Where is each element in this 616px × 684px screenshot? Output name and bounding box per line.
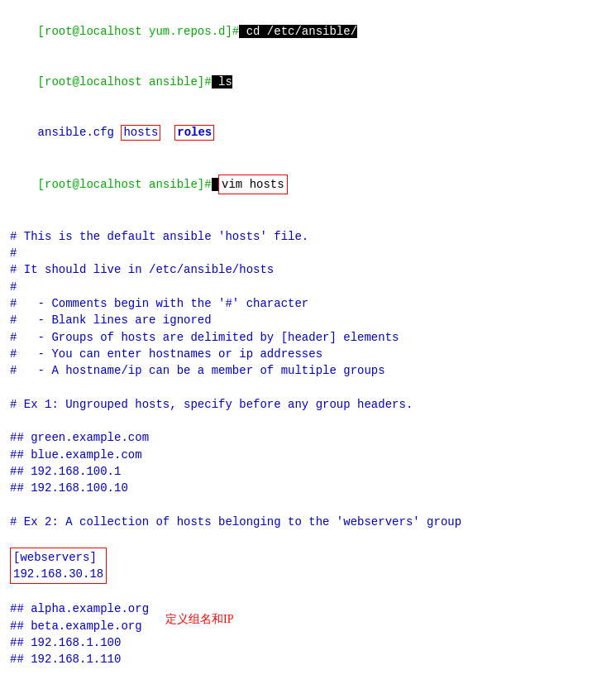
comment-line: # - You can enter hostnames or ip addres… [10, 346, 606, 362]
comment-line: ## 192.168.100.1 [10, 463, 606, 480]
vim-hosts-boxed: vim hosts [218, 175, 288, 194]
comment-line: # - Groups of hosts are delimited by [he… [10, 329, 606, 346]
chinese-annotation: 定义组名和IP [165, 612, 233, 627]
comment-line: # This is the default ansible 'hosts' fi… [10, 228, 606, 245]
comment-line: # - Comments begin with the '#' characte… [10, 295, 606, 312]
comment-line: ## 192.168.1.100 [10, 634, 149, 651]
prompt-line-2: [root@localhost ansible]# ls [10, 57, 606, 108]
comment-line: ## beta.example.org [10, 618, 149, 634]
webservers-group-box: [webservers] 192.168.30.18 [10, 548, 107, 585]
comment-line: ## green.example.com [10, 429, 606, 446]
cmd-text: ls [212, 75, 232, 88]
annotation-text: 定义组名和IP [165, 613, 233, 625]
blank-line [10, 212, 606, 228]
cmd-text: cd /etc/ansible/ [239, 25, 357, 38]
vim-cmd [212, 178, 218, 191]
comment-line: # - A hostname/ip can be a member of mul… [10, 362, 606, 379]
blank-line [10, 584, 606, 600]
ls-ansible-cfg: ansible.cfg [38, 126, 122, 139]
blank-line [10, 668, 606, 684]
blank-line [10, 530, 606, 547]
ls-output: ansible.cfg hosts roles [10, 108, 606, 158]
blank-line [10, 413, 606, 429]
comment-line: ## 192.168.100.10 [10, 480, 606, 496]
terminal-window: [root@localhost yum.repos.d]# cd /etc/an… [10, 7, 606, 684]
prompt-text: [root@localhost yum.repos.d]# [38, 25, 240, 38]
alpha-beta-lines: ## alpha.example.org ## beta.example.org… [10, 600, 149, 667]
ls-roles-boxed: roles [174, 125, 214, 141]
comment-line: ## alpha.example.org [10, 600, 149, 617]
ls-space [160, 126, 174, 139]
prompt-text: [root@localhost ansible]# [38, 178, 212, 191]
blank-line [10, 497, 606, 514]
comment-line: # [10, 245, 606, 261]
prompt-line-1: [root@localhost yum.repos.d]# cd /etc/an… [10, 7, 606, 57]
vim-cmd-line: [root@localhost ansible]# vim hosts [10, 158, 606, 212]
comment-line: ## 192.168.1.110 [10, 651, 149, 667]
comment-line: # Ex 1: Ungrouped hosts, specify before … [10, 396, 606, 413]
comment-line: # Ex 2: A collection of hosts belonging … [10, 514, 606, 530]
comment-line: ## blue.example.com [10, 447, 606, 463]
comment-line: # - Blank lines are ignored [10, 312, 606, 328]
ls-hosts-boxed: hosts [121, 125, 160, 141]
blank-line [10, 380, 606, 396]
comment-line: # [10, 279, 606, 295]
comment-line: # It should live in /etc/ansible/hosts [10, 261, 606, 278]
webservers-ip: 192.168.30.18 [13, 566, 103, 582]
webservers-label: [webservers] [13, 549, 103, 566]
prompt-text: [root@localhost ansible]# [38, 75, 212, 88]
annotation-group: ## alpha.example.org ## beta.example.org… [10, 600, 606, 667]
